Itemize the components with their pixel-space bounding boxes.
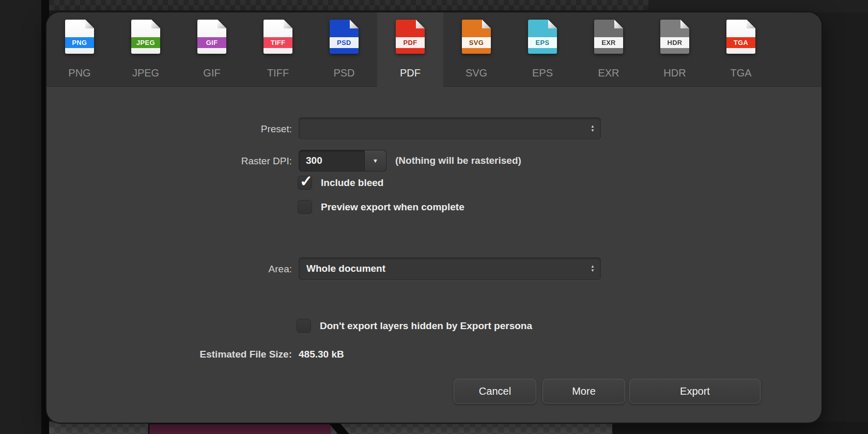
persona-row: ✓ Don't export layers hidden by Export p…: [297, 319, 532, 333]
tab-label: PNG: [47, 67, 113, 79]
file-type-icon: PSD: [330, 20, 359, 54]
tab-label: PDF: [377, 67, 443, 79]
folded-corner-icon: [218, 20, 226, 28]
area-dropdown[interactable]: Whole document ▲▼: [299, 257, 601, 280]
file-type-icon: PNG: [65, 20, 94, 54]
preset-label: Preset:: [129, 123, 292, 135]
tab-label: HDR: [642, 67, 708, 79]
canvas-artwork: [148, 423, 331, 434]
file-type-icon: EPS: [528, 20, 557, 54]
raster-dpi-value: 300: [299, 155, 364, 166]
file-badge: GIF: [197, 37, 226, 48]
folded-corner-icon: [350, 20, 359, 28]
format-tabs: PNG PNG JPEG JPEG GIF GIF TIFF TIFF PSD …: [47, 12, 822, 87]
area-label: Area:: [129, 264, 292, 275]
up-down-stepper-icon: ▲▼: [591, 125, 595, 132]
folded-corner-icon: [614, 20, 623, 28]
estimated-size-label: Estimated File Size:: [129, 349, 292, 360]
down-triangle-icon: ▼: [373, 158, 378, 164]
raster-dpi-dropdown-button[interactable]: ▼: [364, 150, 386, 171]
tab-exr[interactable]: EXR EXR: [576, 12, 642, 87]
folded-corner-icon: [548, 20, 557, 28]
tab-label: SVG: [443, 67, 509, 79]
preset-dropdown[interactable]: ▲▼: [299, 117, 601, 140]
file-badge: SVG: [462, 37, 491, 48]
preview-export-checkbox[interactable]: ✓: [298, 200, 312, 214]
raster-dpi-label: Raster DPI:: [129, 156, 292, 167]
file-badge: PDF: [396, 37, 425, 48]
file-badge: TIFF: [264, 37, 292, 48]
file-badge: TGA: [726, 37, 755, 48]
file-badge: EPS: [528, 37, 557, 48]
file-type-icon: HDR: [660, 20, 689, 54]
folded-corner-icon: [482, 20, 491, 28]
file-badge: PNG: [65, 37, 94, 48]
tab-tga[interactable]: TGA TGA: [708, 12, 774, 87]
preview-export-label: Preview export when complete: [321, 202, 464, 213]
file-badge: PSD: [330, 37, 359, 48]
persona-checkbox[interactable]: ✓: [297, 319, 311, 333]
tab-svg[interactable]: SVG SVG: [443, 12, 509, 87]
background-left-panel: [0, 0, 41, 434]
more-button[interactable]: More: [542, 379, 625, 404]
file-type-icon: JPEG: [131, 20, 160, 54]
background-bottom-right: [612, 422, 868, 434]
tab-label: JPEG: [113, 67, 179, 79]
affinity-export-screen: PNG PNG JPEG JPEG GIF GIF TIFF TIFF PSD …: [0, 0, 868, 434]
tab-label: EXR: [576, 67, 642, 79]
tab-label: TIFF: [245, 67, 311, 79]
export-dialog: PNG PNG JPEG JPEG GIF GIF TIFF TIFF PSD …: [47, 12, 822, 423]
include-bleed-checkbox[interactable]: ✓: [298, 176, 312, 190]
tab-label: TGA: [708, 67, 774, 79]
file-type-icon: EXR: [594, 20, 623, 54]
file-badge: HDR: [660, 37, 689, 48]
tab-label: EPS: [509, 67, 576, 79]
folded-corner-icon: [284, 20, 292, 28]
preview-export-row: ✓ Preview export when complete: [298, 200, 464, 214]
tab-psd[interactable]: PSD PSD: [311, 12, 377, 87]
folded-corner-icon: [747, 20, 755, 28]
tab-jpeg[interactable]: JPEG JPEG: [113, 12, 179, 87]
tab-tiff[interactable]: TIFF TIFF: [245, 12, 311, 87]
persona-label: Don't export layers hidden by Export per…: [320, 320, 532, 332]
estimated-size-value: 485.30 kB: [299, 349, 344, 360]
canvas-transparency-checker-top: [49, 0, 648, 10]
tab-hdr[interactable]: HDR HDR: [642, 12, 708, 87]
tab-label: PSD: [311, 67, 377, 79]
include-bleed-row: ✓ Include bleed: [298, 176, 383, 190]
folded-corner-icon: [680, 20, 689, 28]
folded-corner-icon: [85, 20, 94, 28]
tab-png[interactable]: PNG PNG: [47, 12, 113, 87]
folded-corner-icon: [151, 20, 160, 28]
background-top-right: [648, 0, 868, 12]
tab-pdf[interactable]: PDF PDF: [377, 12, 443, 87]
file-type-icon: SVG: [462, 20, 491, 54]
up-down-stepper-icon: ▲▼: [591, 265, 595, 272]
export-button[interactable]: Export: [629, 379, 761, 404]
tab-gif[interactable]: GIF GIF: [179, 12, 245, 87]
checkmark-icon: ✓: [300, 172, 313, 190]
cancel-button[interactable]: Cancel: [454, 379, 536, 404]
include-bleed-label: Include bleed: [321, 177, 383, 189]
file-badge: EXR: [594, 37, 623, 48]
file-type-icon: TGA: [726, 20, 755, 54]
file-type-icon: TIFF: [264, 20, 292, 54]
file-badge: JPEG: [131, 37, 160, 48]
raster-dpi-combobox[interactable]: 300 ▼: [299, 150, 386, 172]
tab-eps[interactable]: EPS EPS: [509, 12, 576, 87]
raster-note: (Nothing will be rasterised): [395, 150, 521, 172]
area-value: Whole document: [306, 263, 385, 274]
file-type-icon: PDF: [396, 20, 425, 54]
file-type-icon: GIF: [197, 20, 226, 54]
folded-corner-icon: [416, 20, 425, 28]
tab-label: GIF: [179, 67, 245, 79]
